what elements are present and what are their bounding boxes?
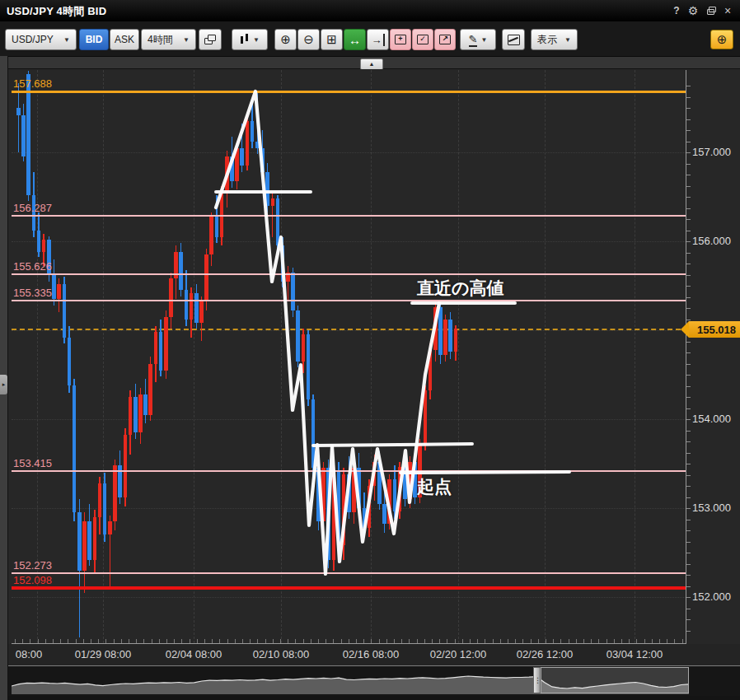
fit-width-icon: ⊞	[326, 32, 337, 47]
annotation-add-button[interactable]: +	[390, 29, 411, 50]
price-axis-label: 157.000	[692, 146, 731, 158]
scroll-to-latest-icon: →	[372, 34, 385, 46]
v-gridline	[458, 70, 459, 643]
candle-body	[143, 394, 148, 415]
candle-body	[387, 479, 391, 524]
annotation-text[interactable]: 直近の高値	[417, 277, 504, 300]
candle-body	[448, 320, 452, 352]
annotation-list-button[interactable]: ✓	[412, 29, 433, 50]
restore-window-button[interactable]	[704, 3, 719, 18]
settings-gear-icon[interactable]: ⚙	[686, 3, 700, 18]
zoom-in-button[interactable]: ⊕	[274, 29, 297, 50]
candle-body	[403, 467, 407, 499]
price-alert-label: 157.688	[13, 77, 52, 90]
price-axis-tick	[686, 231, 691, 231]
price-axis-tick	[686, 597, 691, 598]
timeframe-label: 4時間	[148, 33, 173, 47]
candle-body	[393, 479, 397, 511]
candle-body	[429, 350, 433, 391]
annotation-share-button[interactable]: ↗	[434, 29, 456, 50]
symbol-select[interactable]: USD/JPY ▼	[5, 29, 77, 50]
price-tag-arrow	[681, 321, 689, 338]
candle-body	[52, 275, 56, 299]
candle-body	[363, 508, 367, 528]
v-gridline	[37, 70, 38, 643]
price-axis-tick	[686, 164, 691, 165]
price-axis-tick	[686, 575, 691, 576]
chart-plot-area[interactable]: 157.688156.287155.626155.335153.415152.2…	[0, 69, 740, 644]
price-axis-tick	[686, 286, 691, 287]
candle-body	[113, 465, 117, 521]
draw-tool-select[interactable]: ✎ ▼	[460, 29, 496, 50]
horizontal-line-annotation[interactable]	[313, 444, 472, 446]
display-menu-select[interactable]: 表示 ▼	[531, 29, 578, 50]
candle-body	[251, 121, 255, 142]
candle-body	[276, 198, 280, 245]
candle-body	[133, 397, 138, 432]
price-alert-line[interactable]	[12, 91, 686, 93]
collapse-toolbar-button[interactable]: ▲	[360, 58, 383, 70]
price-axis-tick	[686, 352, 691, 353]
link-icon	[204, 35, 216, 44]
price-axis-tick	[686, 419, 691, 420]
candle-body	[42, 240, 46, 252]
price-alert-line[interactable]	[12, 572, 686, 574]
price-axis-tick	[686, 130, 691, 131]
freehand-annotation-layer[interactable]	[0, 69, 740, 644]
price-alert-line[interactable]	[12, 300, 686, 301]
candle-body	[382, 504, 386, 525]
price-axis-tick	[686, 609, 691, 609]
crosshair-mode-button[interactable]: ⊕	[710, 30, 733, 49]
candle-body	[124, 435, 128, 497]
price-axis-tick	[686, 386, 691, 387]
fit-width-button[interactable]: ⊞	[321, 29, 343, 50]
time-axis-label: 01/29 08:00	[58, 648, 148, 660]
candle-body	[230, 156, 234, 180]
candle-body	[225, 156, 229, 192]
display-menu-label: 表示	[537, 33, 557, 47]
price-axis-tick	[686, 464, 691, 464]
price-axis-tick	[686, 297, 691, 298]
price-axis-tick	[686, 175, 691, 175]
candle-body	[321, 468, 326, 521]
panel-expand-tab[interactable]: ▸	[0, 375, 7, 394]
ask-button[interactable]: ASK	[110, 29, 139, 50]
close-button[interactable]: ×	[720, 3, 735, 18]
candle-body	[271, 198, 275, 206]
horizontal-expand-button[interactable]: ↔	[344, 29, 366, 50]
help-button[interactable]: ?	[669, 3, 684, 18]
navigator-handle[interactable]: ⋮	[533, 667, 541, 693]
price-alert-line[interactable]	[12, 273, 686, 275]
scroll-to-latest-button[interactable]: →	[367, 29, 389, 50]
candle-body	[73, 385, 77, 512]
annotation-text[interactable]: 起点	[417, 475, 452, 498]
price-axis-label: 156.000	[692, 235, 731, 247]
price-axis-tick	[686, 520, 691, 520]
timeframe-select[interactable]: 4時間 ▼	[141, 29, 196, 50]
v-gridline	[371, 70, 372, 643]
candle-body	[342, 474, 346, 545]
chart-navigator[interactable]: ⋮	[0, 666, 740, 696]
v-gridline	[635, 70, 635, 643]
candle-body	[204, 254, 208, 301]
zoom-out-button[interactable]: ⊖	[297, 29, 320, 50]
price-alert-line[interactable]	[12, 586, 686, 590]
price-axis-tick	[686, 431, 691, 432]
navigator-unviewed-region[interactable]	[541, 667, 689, 693]
zoom-in-icon: ⊕	[280, 32, 291, 47]
link-charts-button[interactable]	[199, 29, 222, 50]
price-alert-line[interactable]	[12, 215, 686, 217]
indicator-window-button[interactable]	[502, 29, 525, 50]
h-gridline	[12, 597, 686, 598]
price-axis-tick	[686, 119, 691, 120]
candle-body	[265, 172, 269, 206]
candle-body	[57, 284, 61, 299]
bid-button[interactable]: BID	[79, 29, 109, 50]
chart-type-select[interactable]: ▼	[232, 29, 268, 50]
price-alert-line[interactable]	[12, 470, 686, 472]
restore-icon	[707, 7, 716, 14]
candle-body	[16, 108, 21, 115]
time-axis-label: 02/04 08:00	[148, 648, 239, 660]
line-chart-icon	[508, 35, 520, 45]
candle-wick	[288, 266, 288, 301]
